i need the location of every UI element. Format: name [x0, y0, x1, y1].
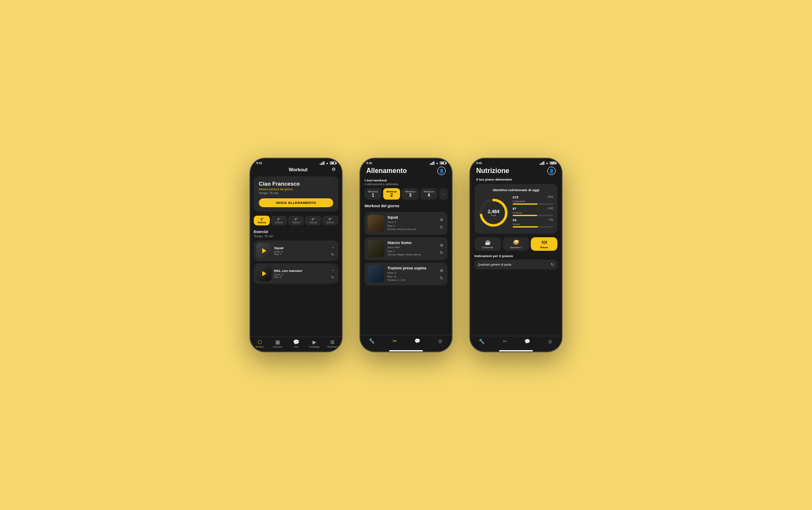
hero-greeting: Ciao Francesco	[259, 181, 333, 187]
dashboard-nav-label: Dashboard	[327, 345, 337, 348]
phone3-nav-workout[interactable]: 🔧	[470, 339, 493, 344]
phone2-header: Allenamento 👤	[360, 166, 452, 177]
meal-tab-colazione[interactable]: ☕ Colazione	[475, 237, 501, 251]
phone3-nav-explore[interactable]: ◎	[539, 339, 562, 344]
nav-chat[interactable]: 💬 Chat	[287, 339, 305, 348]
sumo-name: Stacco Sumo	[387, 241, 436, 245]
phone2-title: Allenamento	[366, 167, 407, 175]
knowledge-nav-icon: ▶	[313, 339, 316, 345]
day-tab-4[interactable]: 4° Giorno	[305, 216, 321, 225]
squat-thumbnail	[256, 243, 272, 258]
workout-tab-1[interactable]: Workout 1	[365, 188, 381, 200]
nav-knowledge[interactable]: ▶ Knowledge	[305, 339, 324, 348]
macro-carbs-label: Carboidrati	[513, 200, 553, 203]
meal-tabs: ☕ Colazione 🥪 Spuntino 1 🍽 Pranzo	[475, 237, 557, 251]
phone1-title: Workout	[265, 167, 332, 172]
trazioni-actions: ⊕ ↻	[439, 267, 444, 281]
add-icon[interactable]: ⊕	[439, 267, 444, 273]
phone1-content: Ciao Francesco Inizia il workout del gio…	[250, 175, 342, 337]
meal-tab-spuntino[interactable]: 🥪 Spuntino 1	[503, 237, 529, 251]
phone2-wifi-icon: ▲	[436, 162, 439, 165]
trazioni-thumbnail	[368, 266, 384, 282]
refresh-icon[interactable]: ↻	[439, 250, 444, 255]
workout-tab-2[interactable]: Workout 2	[383, 188, 400, 200]
phone2-battery-icon	[440, 162, 446, 165]
phone1-battery-icon	[330, 162, 336, 165]
meal-refresh-icon[interactable]: ↻	[551, 262, 554, 267]
phone2-nav-explore[interactable]: ◎	[429, 338, 452, 344]
nav-workout[interactable]: ⬡ Workout	[250, 339, 269, 348]
phone1-time: 9:41	[256, 162, 262, 165]
workouts-section-label: I tuoi workout	[365, 178, 447, 182]
home-indicator	[389, 350, 423, 351]
squat2-details: Serie: 4Rep: 3Tecnica: Fermo in buca 3"	[387, 220, 436, 231]
day-tab-2[interactable]: 2° Giorno	[271, 216, 287, 225]
phone1-signal	[320, 161, 324, 165]
sumo-thumbnail	[368, 240, 384, 257]
wrench-icon: 🔧	[369, 338, 375, 344]
phone3-notch	[499, 159, 533, 167]
rdl-name: RDL con manubri	[274, 269, 327, 273]
nutrition-card-title: Obiettivo nutrizionale di oggi	[479, 188, 553, 192]
calorie-unit: kcal	[488, 214, 499, 217]
refresh-icon[interactable]: ↻	[330, 274, 336, 280]
refresh-icon[interactable]: ↻	[439, 275, 444, 281]
phone2-notch	[389, 159, 423, 167]
exercise-item2-sumo: Stacco Sumo Serie: MAVRep: 3Tecnica: Mig…	[365, 237, 447, 260]
add-icon[interactable]: ⊕	[439, 217, 444, 222]
meal-tab-pranzo[interactable]: 🍽 Pranzo	[531, 237, 557, 251]
phone2-nav-tools[interactable]: ✂	[383, 338, 406, 344]
refresh-icon[interactable]: ↻	[439, 224, 444, 230]
profile-icon[interactable]: 👤	[437, 167, 446, 175]
workout-tab-3[interactable]: Workout 3	[402, 188, 419, 200]
workout-tab-more[interactable]: ›	[439, 188, 448, 200]
nav-dashboard[interactable]: ⊞ Dashboard	[324, 339, 342, 348]
trazioni-info: Trazioni presa supina Serie: 5Rep: 10Tec…	[387, 266, 436, 282]
squat2-actions: ⊕ ↻	[439, 217, 444, 230]
day-workout-title: Workout del giorno	[360, 202, 452, 211]
phone1-notch	[279, 159, 313, 167]
workouts-count: 4 allenamenti a settimana	[365, 183, 447, 186]
phone2-nav-workout[interactable]: 🔧	[360, 338, 383, 344]
exercise-item2-trazioni: Trazioni presa supina Serie: 5Rep: 10Tec…	[365, 263, 447, 285]
knowledge-nav-label: Knowledge	[309, 345, 320, 348]
phone2-time: 9:41	[366, 162, 372, 165]
phone3-nav-chat[interactable]: 💬	[516, 339, 539, 344]
edit-icon[interactable]: →	[330, 267, 336, 273]
nav-nutrition[interactable]: ▦ Nutrizione	[269, 339, 287, 348]
squat-actions: → ↻	[330, 244, 336, 258]
hero-card: Ciao Francesco Inizia il workout del gio…	[254, 176, 338, 211]
phone1-status-right: ▲	[320, 161, 336, 165]
calorie-ring: 2,484 kcal	[479, 198, 508, 228]
phone3-title: Nutrizione	[476, 167, 509, 175]
add-icon[interactable]: ⊕	[439, 242, 444, 248]
play-icon	[262, 271, 266, 276]
day-tab-3[interactable]: 3° Giorno	[288, 216, 304, 225]
rdl-thumbnail	[256, 266, 272, 281]
refresh-icon[interactable]: ↻	[330, 252, 336, 258]
phone2-bottom-nav: 🔧 ✂ 💬 ◎	[360, 335, 452, 348]
phone3: 9:41 ▲ Nutrizione 👤 Il tuo piano aliment…	[469, 158, 562, 352]
phone3-profile-icon[interactable]: 👤	[547, 167, 556, 175]
day-tabs: 1° Giorno 2° Giorno 3° Giorno 4° Giorno …	[254, 216, 338, 225]
phone2: 9:41 ▲ Allenamento 👤 I tuoi workout 4 al…	[359, 158, 453, 352]
phone2-nav-chat[interactable]: 💬	[406, 338, 429, 344]
phone1-header: Workout ⚙	[250, 166, 342, 175]
settings-icon[interactable]: ⚙	[332, 167, 336, 172]
day-tab-1[interactable]: 1° Giorno	[254, 216, 270, 225]
meal-suggestion-text: Qualsiasi genere di pasta	[478, 263, 511, 266]
edit-icon[interactable]: →	[330, 244, 336, 250]
rdl-actions: → ↻	[330, 267, 336, 280]
hero-time: Tempo: 75 min.	[259, 192, 333, 195]
start-workout-button[interactable]: INIZIA ALLENAMENTO	[259, 198, 333, 207]
trazioni-details: Serie: 5Rep: 10Tecnica: 1 + 1/2	[387, 271, 436, 282]
day-tab-5[interactable]: 5° Giorno	[322, 216, 338, 225]
workout-tabs-section: I tuoi workout 4 allenamenti a settimana…	[360, 177, 452, 202]
compass-icon2: ◎	[548, 339, 552, 344]
workout-nav-label: Workout	[255, 345, 263, 348]
phone3-nav-tools[interactable]: ✂	[493, 339, 516, 344]
squat2-name: Squat	[387, 215, 436, 219]
rdl-info: RDL con manubri Serie: 5Rep: 8	[274, 269, 327, 278]
workout-tab-4[interactable]: Workout 4	[420, 188, 437, 200]
exercises-section-sub: Tempo: 75 min	[250, 235, 342, 239]
